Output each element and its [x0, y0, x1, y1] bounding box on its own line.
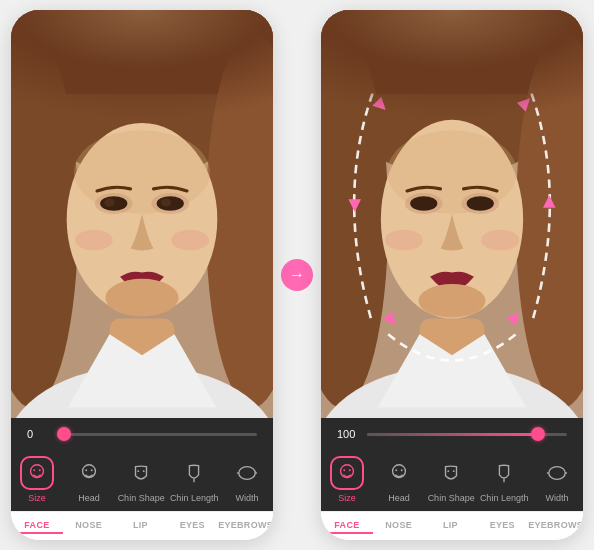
after-tool-chin-shape-label: Chin Shape: [428, 493, 475, 503]
after-card: 100 Size: [321, 10, 583, 540]
svg-point-44: [481, 230, 519, 251]
svg-point-55: [393, 465, 406, 478]
after-slider-min: 100: [337, 428, 357, 440]
before-tool-chin-shape[interactable]: Chin Shape: [115, 452, 167, 505]
after-slider-area: 100: [321, 418, 583, 448]
before-card: 0 Size: [11, 10, 273, 540]
svg-marker-47: [517, 94, 535, 112]
after-tools-row: Size Head: [321, 448, 583, 511]
after-tool-width-icon: [540, 456, 574, 490]
svg-rect-2: [11, 10, 273, 94]
after-cat-eyes[interactable]: EYES: [476, 518, 528, 534]
svg-point-21: [83, 465, 96, 478]
before-tool-chin-length[interactable]: Chin Length: [167, 452, 221, 505]
before-cat-row: FACE NOSE LIP EYES EYEBROWS: [11, 511, 273, 540]
before-tool-head-icon: [72, 456, 106, 490]
svg-point-57: [401, 469, 403, 471]
svg-point-45: [419, 284, 486, 317]
after-tool-size-icon: [330, 456, 364, 490]
after-cat-row: FACE NOSE LIP EYES EYEBROWS: [321, 511, 583, 540]
before-tool-head-label: Head: [78, 493, 100, 503]
after-cat-face[interactable]: FACE: [321, 518, 373, 534]
svg-point-18: [31, 465, 44, 478]
main-container: 0 Size: [3, 2, 591, 548]
svg-point-52: [341, 465, 354, 478]
svg-point-13: [104, 198, 114, 206]
svg-point-54: [349, 469, 351, 471]
svg-point-15: [75, 230, 113, 251]
svg-point-61: [549, 467, 566, 480]
svg-point-24: [137, 470, 139, 472]
before-slider-track[interactable]: [57, 433, 257, 436]
after-tool-chin-length[interactable]: Chin Length: [477, 452, 531, 505]
svg-point-16: [171, 230, 209, 251]
after-tool-chin-length-label: Chin Length: [480, 493, 529, 503]
before-tool-chin-shape-icon: [124, 456, 158, 490]
after-tool-chin-length-icon: [487, 456, 521, 490]
after-tool-chin-shape-icon: [434, 456, 468, 490]
svg-point-43: [385, 230, 423, 251]
svg-point-56: [395, 469, 397, 471]
svg-point-58: [447, 470, 449, 472]
after-tool-chin-shape[interactable]: Chin Shape: [425, 452, 477, 505]
svg-point-1: [16, 10, 267, 177]
after-cat-lip[interactable]: LIP: [425, 518, 477, 534]
before-cat-eyebrows[interactable]: EYEBROWS: [218, 518, 273, 534]
before-tool-width[interactable]: Width: [221, 452, 273, 505]
before-tool-chin-length-icon: [177, 456, 211, 490]
after-slider-track[interactable]: [367, 433, 567, 436]
svg-point-14: [161, 198, 171, 206]
after-tool-head-icon: [382, 456, 416, 490]
before-tool-size[interactable]: Size: [11, 452, 63, 505]
svg-point-22: [85, 469, 87, 471]
before-face-svg: [11, 10, 273, 418]
svg-point-27: [239, 467, 256, 480]
before-slider-min: 0: [27, 428, 47, 440]
after-tool-width-label: Width: [545, 493, 568, 503]
before-tool-size-icon: [20, 456, 54, 490]
after-cat-eyebrows[interactable]: EYEBROWS: [528, 518, 583, 534]
arrow-icon: →: [289, 266, 305, 284]
between-arrow: →: [281, 259, 313, 291]
before-tool-head[interactable]: Head: [63, 452, 115, 505]
after-cat-nose[interactable]: NOSE: [373, 518, 425, 534]
svg-point-8: [74, 130, 210, 214]
before-tool-chin-shape-label: Chin Shape: [118, 493, 165, 503]
before-tool-chin-length-label: Chin Length: [170, 493, 219, 503]
before-tool-size-label: Size: [28, 493, 46, 503]
after-photo: [321, 10, 583, 418]
before-tools-row: Size Head: [11, 448, 273, 511]
after-tool-size-label: Size: [338, 493, 356, 503]
before-face-bg: [11, 10, 273, 418]
svg-point-41: [410, 196, 437, 211]
svg-point-59: [453, 470, 455, 472]
arrow-circle: →: [281, 259, 313, 291]
svg-point-17: [105, 279, 178, 317]
after-tool-head-label: Head: [388, 493, 410, 503]
svg-point-23: [91, 469, 93, 471]
svg-marker-46: [372, 97, 390, 115]
svg-point-25: [143, 470, 145, 472]
svg-point-31: [326, 10, 577, 177]
svg-point-42: [467, 196, 494, 211]
before-photo: [11, 10, 273, 418]
svg-point-19: [33, 469, 35, 471]
after-tool-head[interactable]: Head: [373, 452, 425, 505]
after-face-svg: [321, 10, 583, 418]
before-cat-lip[interactable]: LIP: [115, 518, 167, 534]
before-cat-nose[interactable]: NOSE: [63, 518, 115, 534]
before-slider-area: 0: [11, 418, 273, 448]
after-face-bg: [321, 10, 583, 418]
before-tool-width-icon: [230, 456, 264, 490]
after-tool-size[interactable]: Size: [321, 452, 373, 505]
svg-point-53: [343, 469, 345, 471]
before-cat-face[interactable]: FACE: [11, 518, 63, 534]
svg-point-20: [39, 469, 41, 471]
svg-rect-32: [321, 10, 583, 94]
before-cat-eyes[interactable]: EYES: [166, 518, 218, 534]
before-tool-width-label: Width: [235, 493, 258, 503]
after-tool-width[interactable]: Width: [531, 452, 583, 505]
